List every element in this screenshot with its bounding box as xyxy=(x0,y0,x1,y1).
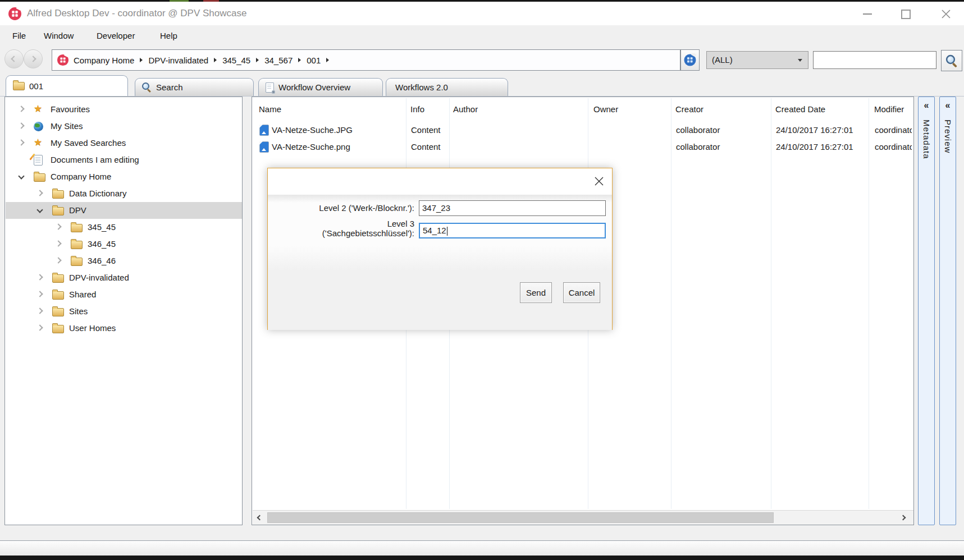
cell-modifier: coordinator xyxy=(875,122,912,139)
breadcrumb: Company Home DPV-invalidated 345_45 34_5… xyxy=(52,49,680,71)
close-icon xyxy=(941,9,951,19)
tree-expander-icon[interactable] xyxy=(36,291,43,297)
tree-expander-icon[interactable] xyxy=(55,223,61,229)
tree-item-my-sites[interactable]: My Sites xyxy=(6,118,242,135)
metadata-panel[interactable]: « Metadata xyxy=(918,97,935,525)
tree-item-data-dictionary[interactable]: Data Dictionary xyxy=(6,185,242,202)
tree-expander-icon[interactable] xyxy=(18,105,24,112)
column-header-name[interactable]: Name xyxy=(259,97,281,122)
tree-item-label: 346_45 xyxy=(88,236,116,253)
navigation-toolbar: Company Home DPV-invalidated 345_45 34_5… xyxy=(0,47,964,75)
folder-icon xyxy=(52,274,64,283)
horizontal-scrollbar[interactable] xyxy=(253,510,913,525)
close-button[interactable] xyxy=(936,5,956,23)
tab-search[interactable]: Search xyxy=(135,78,254,96)
tree-expander-icon[interactable] xyxy=(55,257,61,263)
column-header-owner[interactable]: Owner xyxy=(593,97,618,122)
scroll-left-button[interactable] xyxy=(253,511,266,525)
table-row[interactable]: VA-Netze-Suche.png Content collaborator … xyxy=(253,139,913,155)
maximize-button[interactable] xyxy=(896,5,915,23)
tab-label: 001 xyxy=(29,81,43,91)
expand-panel-icon[interactable]: « xyxy=(940,100,956,111)
expand-panel-icon[interactable]: « xyxy=(919,100,934,111)
send-button[interactable]: Send xyxy=(520,282,552,303)
sync-button[interactable] xyxy=(680,49,700,71)
cancel-button[interactable]: Cancel xyxy=(563,282,600,303)
chevron-down-icon xyxy=(798,59,802,62)
tree-expander-icon[interactable] xyxy=(36,307,43,314)
breadcrumb-item[interactable]: 001 xyxy=(307,56,321,65)
column-divider xyxy=(869,98,869,509)
breadcrumb-item[interactable]: 345_45 xyxy=(222,56,250,65)
breadcrumb-item[interactable]: 34_567 xyxy=(264,56,293,65)
minimize-button[interactable] xyxy=(858,5,877,23)
tree-item-label: User Homes xyxy=(69,320,116,337)
levels-dialog: Level 2 ('Werk-/Blocknr.'): 347_23 Level… xyxy=(267,168,613,330)
tree-expander-icon[interactable] xyxy=(36,206,43,213)
logo-blue-icon xyxy=(683,53,697,67)
preview-panel-label: Preview xyxy=(943,120,953,153)
menu-window[interactable]: Window xyxy=(44,25,74,47)
back-button[interactable] xyxy=(4,49,24,68)
search-input[interactable] xyxy=(813,51,936,69)
column-header-modifier[interactable]: Modifier xyxy=(874,97,904,122)
scroll-right-button[interactable] xyxy=(896,511,910,525)
tree-item-my-saved-searches[interactable]: ★ My Saved Searches xyxy=(6,135,242,152)
tree-item-dpv[interactable]: DPV xyxy=(6,202,242,219)
tree-item-documents-editing[interactable]: Documents I am editing xyxy=(6,152,242,168)
tab-workflows-2[interactable]: Workflows 2.0 xyxy=(386,78,508,96)
tree-item-favourites[interactable]: ★ Favourites xyxy=(6,101,242,118)
level3-label-line2: ('Sachgebietsschlüssel'): xyxy=(322,228,414,238)
tab-001[interactable]: 001 xyxy=(6,75,128,96)
level2-value: 347_23 xyxy=(422,203,450,213)
tree-expander-icon[interactable] xyxy=(18,173,24,179)
tree-item-346-45[interactable]: 346_45 xyxy=(6,236,242,253)
column-header-created[interactable]: Created Date xyxy=(775,97,825,122)
tree-item-sites[interactable]: Sites xyxy=(6,303,242,320)
level2-input[interactable]: 347_23 xyxy=(419,200,606,216)
scope-select[interactable]: (ALL) xyxy=(706,51,808,69)
menu-file[interactable]: File xyxy=(12,25,26,47)
table-row[interactable]: VA-Netze-Suche.JPG Content collaborator … xyxy=(253,122,913,139)
tab-workflow-overview[interactable]: Workflow Overview xyxy=(258,78,383,96)
tree-expander-icon[interactable] xyxy=(55,240,61,246)
dialog-close-button[interactable] xyxy=(593,175,605,187)
column-header-author[interactable]: Author xyxy=(453,97,478,122)
search-icon xyxy=(945,54,957,66)
menu-help[interactable]: Help xyxy=(160,25,177,47)
preview-panel[interactable]: « Preview xyxy=(939,97,956,525)
tree-expander-icon[interactable] xyxy=(18,122,24,128)
column-header-info[interactable]: Info xyxy=(410,97,424,122)
column-header-creator[interactable]: Creator xyxy=(675,97,703,122)
folder-icon xyxy=(34,173,45,182)
tab-label: Workflow Overview xyxy=(278,82,350,92)
cell-name: VA-Netze-Suche.JPG xyxy=(272,122,353,139)
forward-button[interactable] xyxy=(24,49,43,68)
cell-creator: collaborator xyxy=(676,139,720,155)
folder-icon xyxy=(52,291,64,300)
search-button[interactable] xyxy=(941,50,962,71)
cell-name: VA-Netze-Suche.png xyxy=(272,139,350,155)
folder-icon xyxy=(13,82,25,90)
cell-created: 24/10/2017 16:27:01 xyxy=(776,139,853,155)
level3-input[interactable]: 54_12 xyxy=(419,223,606,238)
tree-item-label: 346_46 xyxy=(88,253,116,269)
tree-item-user-homes[interactable]: User Homes xyxy=(6,320,242,337)
menu-developer[interactable]: Developer xyxy=(97,25,135,47)
tree-expander-icon[interactable] xyxy=(36,274,43,280)
breadcrumb-item[interactable]: DPV-invalidated xyxy=(148,56,208,65)
tree-item-dpv-invalidated[interactable]: DPV-invalidated xyxy=(6,269,242,286)
tree-item-company-home[interactable]: Company Home xyxy=(6,168,242,185)
column-divider xyxy=(671,98,671,509)
tree-item-shared[interactable]: Shared xyxy=(6,286,242,303)
level3-label: Level 3 ('Sachgebietsschlüssel'): xyxy=(272,219,414,238)
tree-item-346-46[interactable]: 346_46 xyxy=(6,253,242,269)
tree-expander-icon[interactable] xyxy=(36,324,43,331)
tree-item-345-45[interactable]: 345_45 xyxy=(6,219,242,236)
tree-expander-icon[interactable] xyxy=(18,139,24,145)
scrollbar-thumb[interactable] xyxy=(267,512,774,523)
tree-expander-icon[interactable] xyxy=(36,190,43,196)
close-icon xyxy=(593,176,605,187)
title-bar: Alfred Desktop Dev - coordinator @ DPV S… xyxy=(0,2,964,25)
breadcrumb-item[interactable]: Company Home xyxy=(74,56,134,65)
